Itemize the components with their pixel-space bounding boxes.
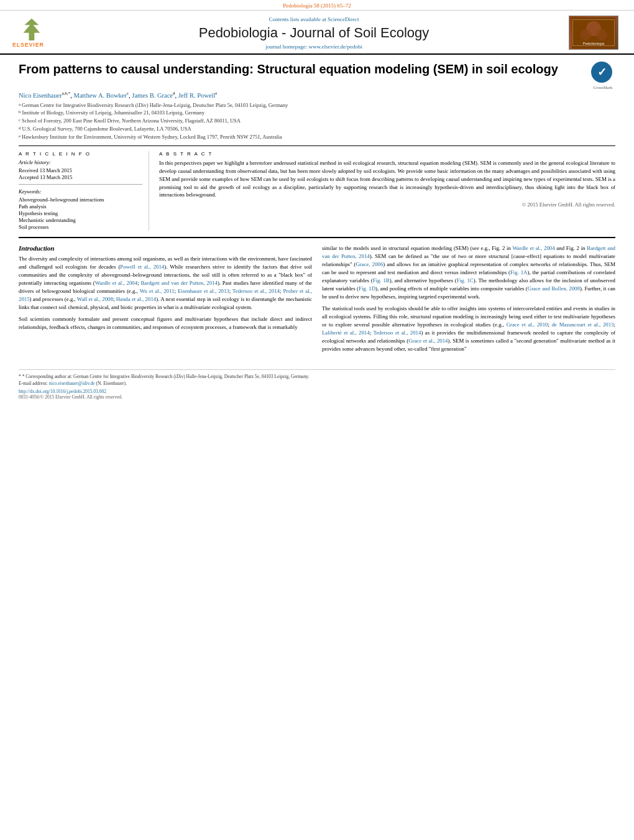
ref-bardgett-2014[interactable]: Bardgett and van der Putten, 2014 xyxy=(140,280,217,286)
elsevier-logo-area: ELSEVIER xyxy=(12,17,59,48)
footnote-corresponding: * * Corresponding author at: German Cent… xyxy=(19,374,615,381)
main-content-section: Introduction The diversity and complexit… xyxy=(19,237,615,357)
affil-sup-c: c xyxy=(19,117,21,125)
email-address[interactable]: nico.eisenhauer@idiv.de xyxy=(49,381,95,386)
abstract-label: A B S T R A C T xyxy=(159,151,615,157)
introduction-heading: Introduction xyxy=(19,244,312,252)
affil-sup-b: b xyxy=(19,109,21,117)
sciencedirect-prefix: Contents lists available at xyxy=(269,16,326,22)
footnote-email-line: E-mail address: nico.eisenhauer@idiv.de … xyxy=(19,381,615,387)
article-info-label: A R T I C L E I N F O xyxy=(19,151,142,157)
issn-line: 0031-4056/© 2015 Elsevier GmbH. All righ… xyxy=(19,394,615,400)
ref-fig1d[interactable]: Fig. 1D xyxy=(359,285,375,292)
article-title: From patterns to causal understanding: S… xyxy=(19,61,558,77)
keyword-1: Aboveground–belowground interactions xyxy=(19,196,142,203)
ref-wardle-2004-r[interactable]: Wardle et al., 2004 xyxy=(512,245,554,251)
page: Pedobiologia 58 (2015) 65–72 ELSEVIER Co… xyxy=(0,0,634,840)
ref-grace-bollen[interactable]: Grace and Bollen, 2008 xyxy=(528,285,580,292)
affil-b: b Institute of Biology, University of Le… xyxy=(19,109,615,117)
abstract-text: In this perspectives paper we highlight … xyxy=(159,159,615,199)
journal-title-area: Contents lists available at ScienceDirec… xyxy=(59,16,569,50)
affil-text-b: Institute of Biology, University of Leip… xyxy=(22,109,205,117)
affil-e: e Hawkesbury Institute for the Environme… xyxy=(19,133,615,141)
info-divider xyxy=(19,184,142,185)
svg-text:ELSEVIER: ELSEVIER xyxy=(12,42,44,48)
ref-eisenhauer-2013[interactable]: Eisenhauer et al., 2013 xyxy=(178,288,229,294)
affil-text-a: German Centre for Integrative Biodiversi… xyxy=(22,101,288,109)
svg-text:✓: ✓ xyxy=(597,66,607,78)
main-left-column: Introduction The diversity and complexit… xyxy=(19,244,312,357)
keyword-4: Mechanistic understanding xyxy=(19,217,142,223)
sciencedirect-link[interactable]: ScienceDirect xyxy=(328,16,359,22)
ref-tedersoo-2014[interactable]: Tedersoo et al., 2014 xyxy=(232,288,280,294)
article-title-section: From patterns to causal understanding: S… xyxy=(19,61,615,86)
accepted-date: Accepted 13 March 2015 xyxy=(19,174,142,180)
ref-fig1a[interactable]: Fig. 1A xyxy=(510,269,528,275)
affil-c: c School of Forestry, 200 East Pine Knol… xyxy=(19,117,615,125)
journal-homepage-line: journal homepage: www.elsevier.de/pedobi xyxy=(65,44,563,50)
abstract-column: A B S T R A C T In this perspectives pap… xyxy=(159,151,615,231)
homepage-url[interactable]: www.elsevier.de/pedobi xyxy=(309,44,362,50)
journal-header: ELSEVIER Contents lists available at Sci… xyxy=(0,11,634,55)
journal-reference: Pedobiologia 58 (2015) 65–72 xyxy=(283,2,351,9)
ref-wall-2008[interactable]: Wall et al., 2008 xyxy=(77,296,113,302)
ref-laliberte[interactable]: Laliberté et al., 2014 xyxy=(322,330,370,336)
affiliations-block: a German Centre for Integrative Biodiver… xyxy=(19,101,615,141)
footer-area: * * Corresponding author at: German Cent… xyxy=(19,369,615,402)
affil-sup-e: e xyxy=(19,133,21,141)
journal-name: Pedobiologia - Journal of Soil Ecology xyxy=(65,25,563,41)
keyword-5: Soil processes xyxy=(19,224,142,230)
main-right-column: similar to the models used in structural… xyxy=(322,244,615,357)
intro-paragraph-1: The diversity and complexity of interact… xyxy=(19,255,312,312)
ref-handa-2014[interactable]: Handa et al., 2014 xyxy=(116,296,157,302)
affil-a: a German Centre for Integrative Biodiver… xyxy=(19,101,615,109)
author-james: James B. Grace xyxy=(132,92,173,99)
svg-point-5 xyxy=(596,29,607,40)
author-matthew: Matthew A. Bowker xyxy=(74,92,127,99)
affil-sup-d: d xyxy=(19,125,21,133)
ref-wardle-2004[interactable]: Wardle et al., 2004 xyxy=(95,280,137,286)
email-label: E-mail address: xyxy=(19,381,48,386)
keyword-2: Path analysis xyxy=(19,203,142,210)
affil-text-c: School of Forestry, 200 East Pine Knoll … xyxy=(22,117,241,125)
footnote-affiliation: * Corresponding author at: German Centre… xyxy=(22,374,310,379)
svg-rect-2 xyxy=(572,17,615,48)
svg-point-4 xyxy=(580,29,591,40)
received-date: Received 13 March 2015 xyxy=(19,167,142,173)
ref-fig1b[interactable]: Fig. 1B xyxy=(373,277,390,284)
article-info-column: A R T I C L E I N F O Article history: R… xyxy=(19,151,149,231)
journal-logo-area: Pedobiologia xyxy=(569,16,622,50)
elsevier-logo-icon: ELSEVIER xyxy=(12,17,59,48)
ref-bardgett-2014-r[interactable]: Bardgett and van der Putten, 2014 xyxy=(322,245,615,259)
article-history-label: Article history: xyxy=(19,159,142,165)
article-body: From patterns to causal understanding: S… xyxy=(0,55,634,363)
ref-fig1c[interactable]: Fig. 1C xyxy=(457,277,474,284)
right-paragraph-2: The statistical tools used by ecologists… xyxy=(322,305,615,353)
keyword-3: Hypothesis testing xyxy=(19,210,142,216)
ref-wu-2011[interactable]: Wu et al., 2011 xyxy=(140,288,175,294)
authors-line: Nico Eisenhauera,b,*, Matthew A. Bowkerc… xyxy=(19,91,615,99)
ref-grace-2014[interactable]: Grace et al., 2014 xyxy=(408,338,448,344)
affil-sup-a: a xyxy=(19,101,21,109)
journal-reference-bar: Pedobiologia 58 (2015) 65–72 xyxy=(0,0,634,11)
journal-logo-image: Pedobiologia xyxy=(569,16,618,50)
affil-text-e: Hawkesbury Institute for the Environment… xyxy=(22,133,282,141)
email-name: (N. Eisenhauer). xyxy=(96,381,127,386)
keywords-label: Keywords: xyxy=(19,188,142,195)
ref-powell-2014[interactable]: Powell et al., 2014 xyxy=(120,264,164,270)
ref-grace-2006[interactable]: Grace, 2006 xyxy=(356,261,384,267)
homepage-prefix: journal homepage: xyxy=(265,44,307,50)
crossmark-badge[interactable]: ✓ CrossMark xyxy=(590,61,615,86)
author-jeff: Jeff R. Powell xyxy=(178,92,216,99)
affil-d: d U.S. Geological Survey, 700 Cajundome … xyxy=(19,125,615,133)
ref-demazancourt[interactable]: de Mazancourt et al., 2013 xyxy=(552,321,614,328)
ref-grace-2010[interactable]: Grace et al., 2010 xyxy=(507,321,548,328)
doi-link[interactable]: http://dx.doi.org/10.1016/j.pedobi.2015.… xyxy=(19,389,615,394)
svg-text:Pedobiologia: Pedobiologia xyxy=(583,42,605,45)
affil-text-d: U.S. Geological Survey, 700 Cajundome Bo… xyxy=(22,125,191,133)
sciencedirect-info: Contents lists available at ScienceDirec… xyxy=(65,16,563,22)
ref-tedersoo-2014-r[interactable]: Tedersoo et al., 2014 xyxy=(373,330,421,336)
intro-paragraph-2: Soil scientists commonly formulate and p… xyxy=(19,315,312,331)
svg-point-3 xyxy=(586,21,601,36)
right-paragraph-1: similar to the models used in structural… xyxy=(322,244,615,301)
